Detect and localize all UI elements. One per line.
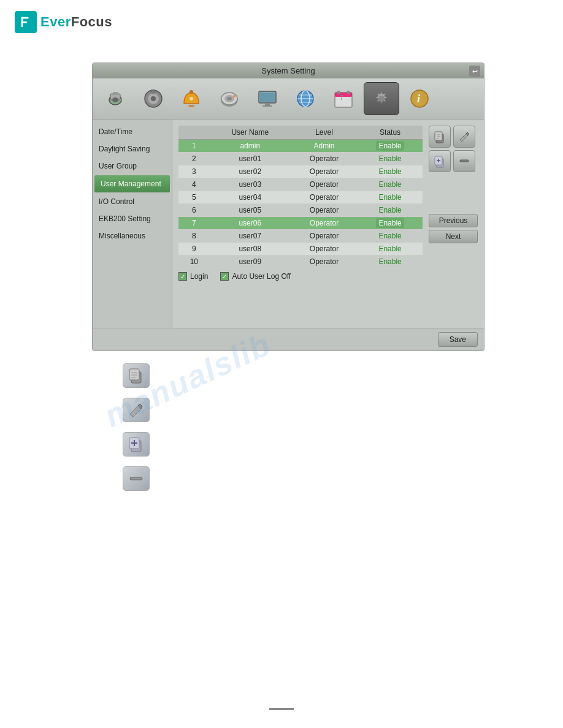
next-button[interactable]: Next bbox=[429, 230, 478, 243]
login-checkbox-item[interactable]: ✓ Login bbox=[178, 272, 208, 281]
col-level: Level bbox=[291, 126, 358, 140]
sidebar-item-ekb200[interactable]: EKB200 Setting bbox=[93, 210, 172, 227]
auto-logoff-checkbox[interactable]: ✓ bbox=[220, 272, 229, 281]
logo-text: EverFocus bbox=[40, 14, 112, 30]
sidebar-item-miscellaneous[interactable]: Miscellaneous bbox=[93, 227, 172, 245]
content-area: Date/Time Daylight Saving User Group Use… bbox=[93, 119, 484, 328]
schedule-icon[interactable]: 7 bbox=[326, 82, 361, 115]
table-row[interactable]: 8user07OperatorEnable bbox=[178, 230, 423, 243]
sidebar-item-datetime[interactable]: Date/Time bbox=[93, 123, 172, 140]
hdd-icon[interactable] bbox=[212, 82, 247, 115]
table-row[interactable]: 9user08OperatorEnable bbox=[178, 243, 423, 256]
sidebar-item-daylight[interactable]: Daylight Saving bbox=[93, 140, 172, 157]
logo-f-icon bbox=[19, 15, 33, 29]
col-num bbox=[178, 126, 210, 140]
svg-point-35 bbox=[378, 96, 385, 102]
svg-point-6 bbox=[112, 97, 118, 102]
main-content: User Name Level Status 1adminAdminEnable… bbox=[172, 119, 484, 328]
bottom-edit-icon bbox=[123, 398, 150, 422]
table-row[interactable]: 1adminAdminEnable bbox=[178, 140, 423, 153]
system-panel-wrapper: System Setting ↩ bbox=[92, 63, 484, 351]
add-button[interactable] bbox=[429, 150, 451, 172]
sidebar-item-usermanagement[interactable]: User Management bbox=[94, 175, 170, 192]
auto-logoff-checkbox-item[interactable]: ✓ Auto User Log Off bbox=[220, 272, 291, 281]
svg-rect-5 bbox=[113, 92, 118, 95]
bottom-icons-area bbox=[123, 363, 563, 499]
delete-button[interactable] bbox=[453, 150, 475, 172]
svg-rect-21 bbox=[260, 93, 275, 102]
svg-rect-33 bbox=[347, 91, 350, 94]
display-icon[interactable] bbox=[250, 82, 285, 115]
svg-text:i: i bbox=[417, 93, 420, 105]
svg-rect-58 bbox=[130, 477, 142, 480]
bottom-copy-icon bbox=[123, 363, 150, 388]
table-row[interactable]: 6user05OperatorEnable bbox=[178, 204, 423, 217]
logo-area: EverFocus bbox=[0, 0, 563, 44]
svg-rect-50 bbox=[129, 369, 139, 380]
bottom-icon-edit bbox=[123, 398, 563, 422]
recording-icon[interactable] bbox=[136, 82, 171, 115]
settings-icon[interactable] bbox=[364, 82, 399, 115]
login-checkbox[interactable]: ✓ bbox=[178, 272, 187, 281]
checkbox-row: ✓ Login ✓ Auto User Log Off bbox=[178, 272, 478, 281]
sidebar-item-usergroup[interactable]: User Group bbox=[93, 157, 172, 175]
svg-rect-32 bbox=[337, 91, 340, 94]
auto-logoff-label: Auto User Log Off bbox=[232, 272, 291, 281]
col-username: User Name bbox=[210, 126, 291, 140]
col-status: Status bbox=[358, 126, 423, 140]
table-row[interactable]: 10user09OperatorEnable bbox=[178, 256, 423, 268]
panel-close-button[interactable]: ↩ bbox=[469, 66, 480, 77]
network-icon[interactable] bbox=[288, 82, 323, 115]
action-btn-row-bottom bbox=[429, 150, 478, 172]
svg-point-14 bbox=[190, 97, 193, 100]
bottom-add-icon bbox=[123, 432, 150, 457]
table-row[interactable]: 3user02OperatorEnable bbox=[178, 165, 423, 178]
edit-button[interactable] bbox=[453, 126, 475, 148]
page-number bbox=[269, 706, 294, 710]
svg-rect-23 bbox=[262, 105, 272, 107]
svg-rect-12 bbox=[189, 105, 194, 107]
svg-text:7: 7 bbox=[340, 94, 343, 101]
save-button[interactable]: Save bbox=[438, 332, 478, 347]
svg-rect-39 bbox=[435, 132, 442, 140]
action-btn-row-top bbox=[429, 126, 478, 148]
login-label: Login bbox=[190, 272, 208, 281]
svg-point-10 bbox=[150, 90, 157, 94]
action-buttons: Previous Next bbox=[429, 126, 478, 243]
panel-titlebar: System Setting ↩ bbox=[93, 63, 484, 78]
icon-toolbar: 7 i bbox=[93, 78, 484, 119]
bottom-icon-copy bbox=[123, 363, 563, 388]
save-area: Save bbox=[93, 328, 484, 351]
table-row[interactable]: 2user01OperatorEnable bbox=[178, 153, 423, 165]
svg-rect-2 bbox=[21, 21, 27, 23]
svg-rect-1 bbox=[21, 17, 29, 19]
svg-point-19 bbox=[233, 95, 236, 97]
svg-rect-22 bbox=[265, 103, 270, 105]
table-row[interactable]: 5user04OperatorEnable bbox=[178, 191, 423, 204]
bottom-delete-icon bbox=[123, 466, 150, 491]
user-table-container: User Name Level Status 1adminAdminEnable… bbox=[178, 126, 423, 268]
bottom-icon-add bbox=[123, 432, 563, 457]
previous-button[interactable]: Previous bbox=[429, 214, 478, 227]
panel-title: System Setting bbox=[261, 66, 315, 75]
info-icon[interactable]: i bbox=[402, 82, 437, 115]
copy-button[interactable] bbox=[429, 126, 451, 148]
user-table: User Name Level Status 1adminAdminEnable… bbox=[178, 126, 423, 268]
sidebar: Date/Time Daylight Saving User Group Use… bbox=[93, 119, 172, 328]
alarm-icon[interactable] bbox=[174, 82, 209, 115]
sidebar-item-iocontrol[interactable]: I/O Control bbox=[93, 193, 172, 210]
table-row[interactable]: 7user06OperatorEnable bbox=[178, 217, 423, 230]
bottom-icon-delete bbox=[123, 466, 563, 491]
page-line bbox=[269, 708, 294, 710]
table-row[interactable]: 4user03OperatorEnable bbox=[178, 178, 423, 191]
svg-point-13 bbox=[190, 90, 193, 94]
svg-point-9 bbox=[151, 96, 156, 101]
svg-point-18 bbox=[227, 97, 232, 100]
camera-icon[interactable] bbox=[98, 82, 133, 115]
svg-rect-48 bbox=[460, 160, 469, 162]
logo-icon bbox=[15, 11, 37, 33]
system-panel: System Setting ↩ bbox=[92, 63, 484, 351]
